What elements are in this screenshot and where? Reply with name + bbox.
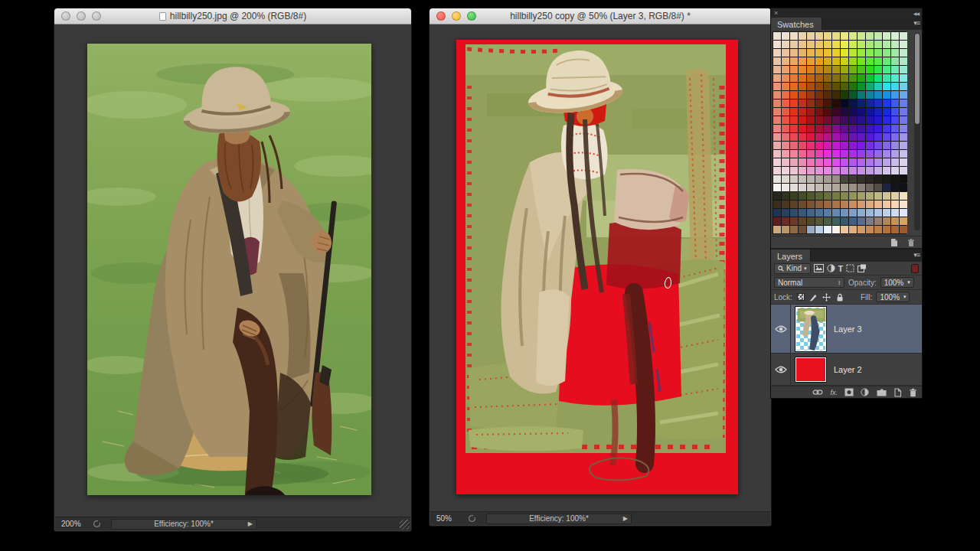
- swatch[interactable]: [790, 142, 798, 149]
- swatch[interactable]: [815, 192, 823, 200]
- swatch[interactable]: [841, 175, 848, 183]
- swatch[interactable]: [849, 150, 857, 158]
- swatch[interactable]: [799, 83, 806, 90]
- swatch[interactable]: [807, 217, 815, 225]
- swatch[interactable]: [874, 57, 882, 65]
- swatch[interactable]: [866, 217, 874, 225]
- swatch[interactable]: [900, 184, 907, 191]
- swatch[interactable]: [849, 217, 857, 225]
- swatch[interactable]: [874, 201, 882, 208]
- swatch[interactable]: [782, 41, 789, 48]
- swatch[interactable]: [832, 184, 840, 191]
- swatch[interactable]: [799, 192, 806, 200]
- swatch[interactable]: [790, 167, 798, 174]
- swatch[interactable]: [807, 99, 815, 107]
- swatch[interactable]: [773, 201, 781, 208]
- status-popup-arrow-icon[interactable]: ▶: [248, 519, 253, 530]
- painting-document-window[interactable]: hillbilly250 copy @ 50% (Layer 3, RGB/8#…: [429, 8, 772, 527]
- swatch[interactable]: [799, 184, 806, 191]
- swatch[interactable]: [832, 209, 840, 217]
- swatch[interactable]: [858, 108, 865, 116]
- swatch[interactable]: [790, 91, 798, 99]
- swatch[interactable]: [807, 226, 815, 233]
- swatch[interactable]: [807, 108, 815, 116]
- filter-smart-objects-icon[interactable]: [858, 264, 867, 272]
- tab-swatches[interactable]: Swatches: [771, 18, 822, 30]
- swatch[interactable]: [824, 226, 831, 233]
- swatch[interactable]: [815, 226, 823, 233]
- swatch[interactable]: [782, 108, 789, 116]
- swatch[interactable]: [824, 150, 831, 158]
- swatch[interactable]: [858, 83, 865, 90]
- swatch[interactable]: [858, 133, 865, 141]
- swatch[interactable]: [883, 150, 890, 158]
- swatch[interactable]: [883, 91, 890, 99]
- swatch[interactable]: [900, 175, 907, 183]
- swatch[interactable]: [858, 217, 865, 225]
- swatch[interactable]: [782, 192, 789, 200]
- swatch[interactable]: [782, 125, 789, 132]
- swatch[interactable]: [866, 41, 874, 48]
- new-swatch-icon[interactable]: [890, 238, 899, 247]
- swatch[interactable]: [883, 41, 890, 48]
- swatch[interactable]: [866, 99, 874, 107]
- swatch[interactable]: [866, 32, 874, 40]
- swatch[interactable]: [832, 167, 840, 174]
- filter-shape-layers-icon[interactable]: [846, 264, 854, 272]
- swatch[interactable]: [858, 116, 865, 124]
- swatch[interactable]: [807, 91, 815, 99]
- swatch[interactable]: [824, 133, 831, 141]
- swatch[interactable]: [883, 66, 890, 73]
- swatch[interactable]: [900, 125, 907, 132]
- swatch[interactable]: [773, 184, 781, 191]
- swatch[interactable]: [782, 209, 789, 217]
- swatch[interactable]: [891, 142, 899, 149]
- swatch[interactable]: [824, 158, 831, 166]
- swatch[interactable]: [883, 57, 890, 65]
- swatch[interactable]: [790, 201, 798, 208]
- swatch[interactable]: [790, 57, 798, 65]
- swatch[interactable]: [874, 217, 882, 225]
- swatch[interactable]: [832, 83, 840, 90]
- swatch[interactable]: [815, 116, 823, 124]
- swatch[interactable]: [883, 125, 890, 132]
- swatch[interactable]: [849, 133, 857, 141]
- swatch[interactable]: [883, 167, 890, 174]
- swatch[interactable]: [832, 108, 840, 116]
- swatch[interactable]: [858, 91, 865, 99]
- swatch[interactable]: [799, 133, 806, 141]
- swatch[interactable]: [807, 167, 815, 174]
- swatch[interactable]: [849, 49, 857, 57]
- swatch[interactable]: [807, 175, 815, 183]
- swatch[interactable]: [891, 83, 899, 90]
- lock-all-padlock-icon[interactable]: [835, 292, 844, 302]
- swatch[interactable]: [799, 150, 806, 158]
- swatch[interactable]: [883, 209, 890, 217]
- photo-window-titlebar[interactable]: hillbilly250.jpg @ 200% (RGB/8#): [54, 8, 411, 24]
- swatch[interactable]: [832, 133, 840, 141]
- swatch[interactable]: [841, 142, 848, 149]
- swatch[interactable]: [883, 116, 890, 124]
- swatch[interactable]: [824, 74, 831, 82]
- swatch[interactable]: [832, 49, 840, 57]
- swatch[interactable]: [891, 167, 899, 174]
- swatch[interactable]: [849, 108, 857, 116]
- swatch[interactable]: [858, 209, 865, 217]
- swatch[interactable]: [790, 226, 798, 233]
- swatch[interactable]: [807, 158, 815, 166]
- swatch[interactable]: [782, 91, 789, 99]
- swatch[interactable]: [891, 184, 899, 191]
- painting-canvas[interactable]: [456, 40, 738, 494]
- swatch[interactable]: [790, 217, 798, 225]
- swatch[interactable]: [858, 158, 865, 166]
- swatch[interactable]: [891, 175, 899, 183]
- swatch[interactable]: [883, 226, 890, 233]
- swatch[interactable]: [799, 99, 806, 107]
- swatch[interactable]: [858, 32, 865, 40]
- swatch[interactable]: [841, 150, 848, 158]
- swatch[interactable]: [900, 49, 907, 57]
- swatch[interactable]: [891, 32, 899, 40]
- swatch[interactable]: [900, 201, 907, 208]
- swatch[interactable]: [824, 83, 831, 90]
- swatch[interactable]: [891, 91, 899, 99]
